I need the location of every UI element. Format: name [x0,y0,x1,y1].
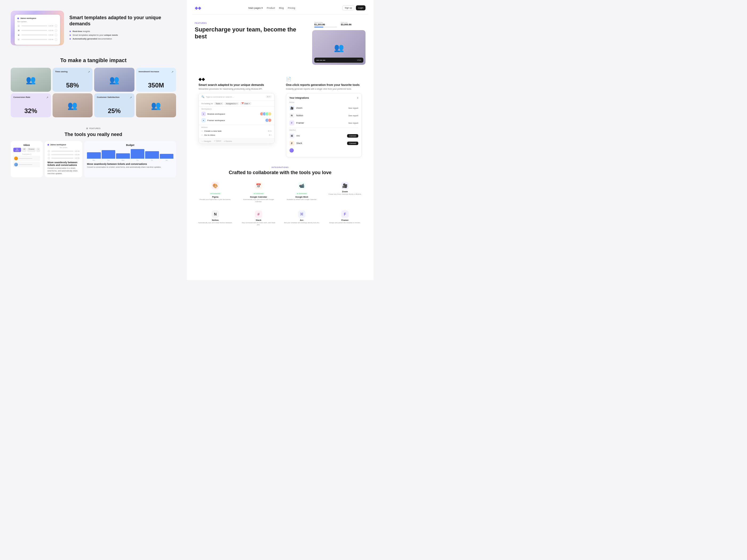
features-title: The tools you really need [11,132,176,137]
impact-cell-img-4 [136,93,176,117]
integration-notion: N Notion See report [289,112,359,119]
workspace-bar [21,25,47,26]
nav-link-main-pages[interactable]: Main pages ▾ [248,7,263,9]
nav-buttons: Sign up Login [342,5,365,10]
arc-grid-desc: See your schedule and meetings directly … [284,222,319,224]
workspace-bar [51,158,74,159]
integration-card-arc: ⌘ Arc See your schedule and meetings dir… [281,208,322,229]
signup-button[interactable]: Sign up [342,5,354,10]
workspace-bar [51,154,74,155]
zoom-grid-name: Zoom [327,190,363,193]
nav-link-product[interactable]: Product [267,7,275,9]
budget-desc-title: Move seamlessly between tickets and conv… [87,163,174,165]
filter-assigned[interactable]: Assigned to × [225,102,239,105]
search-filter-row: I'm looking for Tasks × Assigned to × 📅 … [199,101,274,107]
spent-bar-container: Spent today $1,203.86 Debt over $3,000.8… [312,20,365,29]
inbox-avatar [14,157,18,160]
workspace-time: 9:28 AM [49,34,53,36]
filter-tasks-label: Tasks [215,103,221,105]
workspace-time: 9:28 AM [75,154,79,156]
person-image-4 [136,93,176,117]
right-hero-image: Spent today $1,203.86 Debt over $3,000.8… [312,20,365,65]
action-create-task[interactable]: + Create a new task ⌘ N [201,129,272,133]
chevron-down-icon: ▾ [261,7,263,9]
impact-cell-stat-1: Time-saving ↗ 58% [53,68,93,92]
action-text: Create a new task [204,130,266,132]
budget-title: Budget [87,144,174,146]
notion-see-report[interactable]: See report [349,114,358,117]
inbox-tab-all[interactable]: All [22,148,26,152]
person-image-3 [53,93,93,117]
search-input[interactable]: Type a command or search... [206,96,264,98]
filter-date[interactable]: 📅 Date × [240,102,251,105]
stat-investment: Investment Increase ↗ 350M [136,68,176,92]
right-hero-title: Supercharge your team, become the best [195,26,308,40]
person-image-2 [94,68,134,92]
reports-feature-desc: Instantly generate reports with a single… [286,87,362,90]
hero-feature-1: ◆ Real-time insights [69,30,176,32]
stat-label-row: Conversion Rate ↗ [14,96,48,99]
hero-team-image: 👥 •••• •••• •••• VISA [312,30,365,65]
navigate-hint: ↑↓ Navigate [201,140,211,142]
workspaces-label: Workspaces [201,108,272,110]
right-features-row: ◆◆ Smart search adapted to your unique d… [192,70,368,164]
inbox-section-label: To process 2 [14,153,40,155]
stat-customer: Customer Satisfaction ↗ 25% [94,93,134,117]
inbox-card: Inbox My inbox All Finance + To process … [11,141,43,177]
integration-card-gmeet: 📹 ● Connected Google Meet Available by d… [281,179,322,206]
checkmark-icon: ● [210,193,211,194]
top-nav: ◆◆ Main pages ▾ Product Blog Pricing Sig… [192,5,368,15]
slack-connect-button[interactable]: Connect [347,141,358,145]
impact-cell-stat-4: Customer Satisfaction ↗ 25% [94,93,134,117]
home-icon: ⌂ [17,25,20,27]
stat-label: Conversion Rate [14,96,30,99]
notion-grid-desc: Automatically sync and create finance da… [198,222,233,224]
hero-title: Smart templates adapted to your unique d… [69,15,176,27]
workspace-row: ▪ 9:28 AM ○ [17,37,57,41]
inbox-title: Inbox [14,144,40,146]
framer-see-report[interactable]: See report [349,122,358,124]
filter-tasks[interactable]: Tasks × [214,102,223,105]
visa-label: VISA [357,59,361,61]
stat-label-row: Customer Satisfaction ↗ [97,96,132,99]
inbox-tab-finance[interactable]: Finance [27,148,35,152]
budget-description: Move seamlessly between tickets and conv… [87,163,174,168]
day-tue: Tue [102,159,115,161]
nav-link-pricing[interactable]: Pricing [288,7,295,9]
zoom-logo: 🎥 [289,106,294,110]
notion-grid-name: Notion [198,219,233,221]
user-avatar [289,148,294,153]
zoom-see-report[interactable]: See report [349,107,358,109]
inbox-tab-plus[interactable]: + [36,148,40,152]
gcal-logo: 📅 [255,182,262,189]
workspace-check: ○ [55,34,57,36]
integration-card-slack: # Slack Stay connected with the entire t… [238,208,279,229]
integrations-grid-row2: N Notion Automatically sync and create f… [195,208,365,229]
search-feature-title: Smart search adapted to your unique dema… [199,83,275,86]
tools-desc-title: Move seamlessly between tickets and conv… [48,161,79,166]
workspace-name: Framer workspace [207,119,225,122]
search-modal: 🔍 Type a command or search... ⌘ P I'm lo… [199,93,275,144]
search-workspace-2[interactable]: ▪ Framer workspace [201,117,272,124]
inbox-tab-myinbox[interactable]: My inbox [14,148,21,152]
workspace-card: James workspace New updates 9:28 AM 9:28… [45,141,82,177]
search-workspace-1[interactable]: ▪ Modula workspace [201,111,272,117]
day-wed: Wed [116,159,130,161]
nav-link-blog[interactable]: Blog [279,7,284,9]
workspace-header: James workspace [48,144,79,145]
gmeet-name: Google Meet [284,196,319,198]
credit-card-text: •••• •••• •••• [316,59,325,61]
active-label: Active [289,101,359,103]
inactive-label: Inactive [289,129,359,131]
arc-connect-button[interactable]: Connect [347,134,358,138]
workspace-check: ○ [55,25,57,27]
inbox-text: ────────────── [19,164,32,165]
arc-logo: ⌘ [289,133,294,138]
gmeet-logo: 📹 [298,182,306,189]
zoom-name: Zoom [297,107,346,109]
integrations-bottom-title: Crafted to collaborate with the tools yo… [195,170,365,176]
avatar [268,118,272,122]
action-go-inbox[interactable]: □ Go to inbox ⌘ I [201,133,272,137]
workspace-row: 9:28 AM [48,150,79,153]
login-button[interactable]: Login [356,5,365,10]
